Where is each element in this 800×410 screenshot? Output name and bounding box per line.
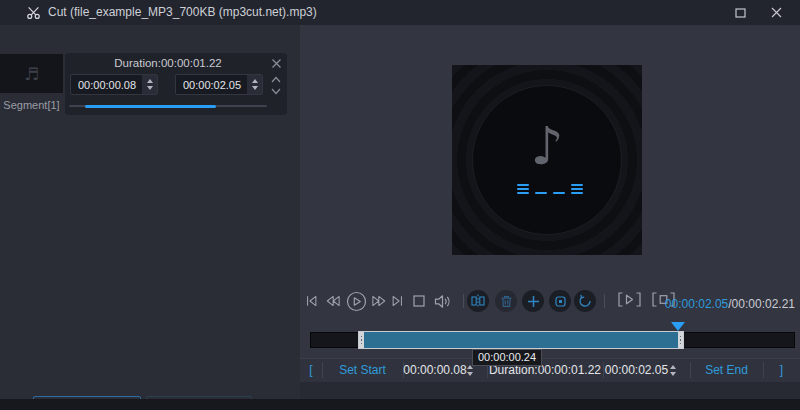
- plus-icon: [527, 295, 540, 308]
- cut-dialog-window: Cut (file_example_MP3_700KB (mp3cut.net)…: [0, 0, 800, 410]
- set-start-button[interactable]: Set Start: [322, 358, 403, 382]
- close-icon: [771, 7, 782, 18]
- right-bracket-icon: [636, 292, 641, 307]
- end-bracket-button[interactable]: ]: [763, 358, 800, 382]
- segment-end-spinner[interactable]: [247, 75, 262, 94]
- timeline-tooltip: 00:00:00.24: [472, 349, 542, 366]
- segment-end-time-input[interactable]: [176, 79, 247, 91]
- play-button[interactable]: [345, 290, 367, 312]
- maximize-button[interactable]: [722, 0, 758, 25]
- segment-range-fill: [85, 105, 216, 108]
- segment-start-time-field[interactable]: [70, 74, 158, 95]
- rewind-button[interactable]: [324, 293, 342, 309]
- start-time-spinner[interactable]: [467, 365, 473, 376]
- play-small-icon: [625, 294, 634, 305]
- window-title: Cut (file_example_MP3_700KB (mp3cut.net)…: [48, 0, 317, 25]
- lower-strip: [300, 382, 800, 399]
- copy-segment-button[interactable]: [549, 290, 571, 312]
- move-segment-down-button[interactable]: [269, 86, 283, 96]
- segment-start-time-input[interactable]: [71, 79, 142, 91]
- left-bracket-icon: [652, 292, 657, 307]
- rewind-icon: [325, 294, 341, 308]
- end-time-spinner[interactable]: [670, 365, 676, 376]
- spinner-down-icon[interactable]: [467, 372, 473, 376]
- spinner-up-icon[interactable]: [252, 79, 258, 83]
- spinner-down-icon[interactable]: [252, 86, 258, 90]
- playhead-marker[interactable]: [671, 322, 685, 331]
- vinyl-disc: ♪: [472, 85, 622, 235]
- preview-panel: ♪: [300, 25, 800, 399]
- trash-icon: [500, 295, 513, 308]
- total-time: /00:00:02.21: [728, 297, 795, 311]
- skip-to-end-button[interactable]: [389, 293, 406, 309]
- album-art: ♪: [452, 65, 642, 255]
- reset-button[interactable]: [574, 290, 596, 312]
- spinner-up-icon[interactable]: [147, 79, 153, 83]
- maximize-icon: [735, 8, 746, 18]
- add-button[interactable]: [522, 290, 544, 312]
- close-button[interactable]: [758, 0, 794, 25]
- split-icon: [471, 294, 485, 308]
- segment-label: Segment[1]: [0, 99, 63, 111]
- move-segment-up-button[interactable]: [269, 74, 283, 84]
- undo-icon: [578, 294, 592, 308]
- skip-to-end-icon: [390, 294, 405, 308]
- equalizer-icon: [517, 183, 583, 194]
- left-bracket-icon: [618, 292, 623, 307]
- delete-segment-x-button[interactable]: [269, 56, 283, 70]
- start-bracket-button[interactable]: [: [300, 358, 322, 382]
- volume-button[interactable]: [433, 293, 453, 309]
- chevron-up-icon: [271, 76, 281, 83]
- fast-forward-button[interactable]: [370, 293, 388, 309]
- spinner-up-icon[interactable]: [670, 365, 676, 369]
- play-segment-button[interactable]: [618, 292, 641, 307]
- segment-duration-label: Duration:00:00:01.22: [65, 57, 271, 69]
- segment-list-panel: ♬ Segment[1] Duration:00:00:01.22 –: [0, 25, 300, 399]
- segment-start-spinner[interactable]: [142, 75, 157, 94]
- skip-to-start-button[interactable]: [303, 293, 320, 309]
- segment-end-time-field[interactable]: [175, 74, 263, 95]
- timeline-selection[interactable]: [358, 331, 684, 349]
- window-footer: [0, 399, 800, 410]
- selection-start-handle[interactable]: [359, 332, 364, 348]
- end-time-field[interactable]: [603, 358, 690, 382]
- volume-icon: [434, 294, 452, 309]
- end-time-input[interactable]: [603, 363, 670, 377]
- titlebar: Cut (file_example_MP3_700KB (mp3cut.net)…: [0, 0, 800, 25]
- spinner-down-icon[interactable]: [147, 86, 153, 90]
- set-end-button[interactable]: Set End: [690, 358, 763, 382]
- fast-forward-icon: [371, 294, 387, 308]
- delete-button[interactable]: [495, 290, 517, 312]
- copy-icon: [554, 295, 567, 308]
- split-button[interactable]: [467, 290, 489, 312]
- play-icon: [346, 291, 367, 312]
- separator: [463, 294, 464, 308]
- time-display: 00:00:02.05/00:00:02.21: [665, 297, 795, 311]
- music-note-icon: ♬: [24, 64, 39, 84]
- segment-thumbnail[interactable]: ♬: [0, 54, 63, 93]
- chevron-down-icon: [271, 88, 281, 95]
- music-note-icon: ♪: [530, 116, 563, 176]
- start-time-input[interactable]: [403, 363, 467, 377]
- current-time: 00:00:02.05: [665, 297, 728, 311]
- selection-end-handle[interactable]: [678, 332, 683, 348]
- stop-button[interactable]: [412, 294, 426, 308]
- skip-to-start-icon: [304, 294, 319, 308]
- segment-edit-card: Duration:00:00:01.22 –: [65, 53, 287, 115]
- separator: [604, 294, 605, 308]
- x-icon: [272, 59, 281, 68]
- scissors-icon: [26, 5, 41, 20]
- spinner-down-icon[interactable]: [670, 372, 676, 376]
- stop-icon: [413, 295, 425, 307]
